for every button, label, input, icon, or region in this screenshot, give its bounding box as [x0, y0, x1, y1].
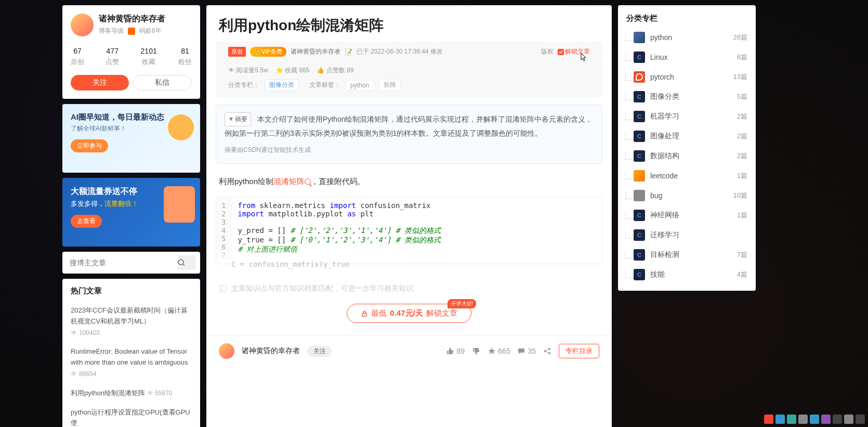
category-count: 2篇 — [737, 132, 747, 141]
code-content[interactable]: from sklearn.metrics import confusion_ma… — [231, 197, 446, 264]
catalog-button[interactable]: 专栏目录 — [559, 344, 599, 358]
meta-author[interactable]: 诸神黄昏的幸存者 — [291, 47, 340, 56]
author-name[interactable]: 诸神黄昏的幸存者 — [99, 14, 165, 24]
category-item[interactable]: leetcode1篇 — [618, 166, 756, 186]
category-label: 分类专栏： — [228, 81, 259, 89]
stat-followers[interactable]: 81粉丝 — [178, 47, 192, 67]
unlock-link[interactable]: 解锁文章 — [558, 47, 590, 56]
footer-star[interactable]: 665 — [488, 347, 510, 355]
code-block: 1234567 from sklearn.metrics import conf… — [216, 197, 602, 264]
footer-share[interactable] — [543, 347, 551, 355]
check-icon — [558, 49, 564, 55]
category-count: 28篇 — [733, 33, 747, 42]
stat-original[interactable]: 67原创 — [71, 47, 84, 67]
hot-item-2[interactable]: 利用python绘制混淆矩阵 👁 55870 — [62, 384, 200, 403]
footer-author[interactable]: 诸神黄昏的幸存者 — [242, 346, 300, 356]
category-icon — [634, 190, 645, 201]
hot-item-0[interactable]: 2023年CCF会议最新截稿时间（偏计算机视觉CV和机器学习ML） 👁10040… — [62, 301, 200, 342]
category-icon — [634, 131, 645, 142]
category-item[interactable]: bug10篇 — [618, 186, 756, 205]
hot-item-1[interactable]: RuntimeError: Boolean value of Tensor wi… — [62, 342, 200, 383]
author-profile-card: 诸神黄昏的幸存者 博客等级 码龄6年 67原创 477点赞 2101收藏 81粉… — [62, 5, 200, 99]
category-name: leetcode — [650, 172, 732, 180]
category-name: 迁移学习 — [650, 230, 742, 240]
article-tag-0[interactable]: python — [346, 80, 374, 90]
meta-copyright[interactable]: 版权 — [541, 47, 554, 56]
hot-item-3[interactable]: python运行程序设置指定GPU(查看GPU使 — [62, 403, 200, 427]
category-item[interactable]: 图像处理2篇 — [618, 126, 756, 146]
category-count: 5篇 — [737, 92, 747, 101]
category-icon — [634, 170, 645, 182]
tray-icon[interactable] — [821, 415, 831, 424]
category-count: 8篇 — [737, 53, 747, 62]
tray-icon[interactable] — [810, 415, 819, 424]
star-icon — [488, 347, 496, 355]
fav-stat[interactable]: ⭐ 收藏 665 — [275, 66, 310, 75]
footer-dislike[interactable] — [472, 347, 480, 355]
tray-icon[interactable] — [775, 415, 785, 424]
message-button[interactable]: 私信 — [133, 75, 192, 90]
tray-icon[interactable] — [787, 415, 796, 424]
stat-likes[interactable]: 477点赞 — [106, 47, 119, 67]
footer-avatar[interactable] — [219, 343, 234, 359]
category-icon — [634, 150, 645, 162]
abstract-label: 摘要 — [225, 112, 251, 126]
hot-articles-card: 热门文章 2023年CCF会议最新截稿时间（偏计算机视觉CV和机器学习ML） 👁… — [62, 279, 200, 427]
unlock-article-button[interactable]: 最低0.47元/天 解锁文章 开学大促! — [347, 304, 471, 323]
category-item[interactable]: Linux8篇 — [618, 47, 756, 67]
category-item[interactable]: 神经网络1篇 — [618, 205, 756, 225]
category-item[interactable]: 机器学习2篇 — [618, 107, 756, 126]
promo-ai-card[interactable]: AI圈早知道，每日最新动态 了解全球AI新鲜事！ 立即参与 — [62, 104, 200, 173]
category-icon — [634, 71, 645, 83]
search-input[interactable] — [70, 258, 177, 267]
follow-button[interactable]: 关注 — [71, 75, 129, 90]
author-avatar[interactable] — [71, 14, 94, 36]
level-badge-icon — [128, 28, 135, 35]
category-item[interactable]: 数据结构2篇 — [618, 146, 756, 166]
promo2-button[interactable]: 去查看 — [71, 215, 102, 228]
category-count: 13篇 — [733, 72, 747, 82]
category-icon — [634, 51, 645, 63]
blog-level-label: 博客等级 — [99, 27, 124, 35]
category-item[interactable]: 图像分类5篇 — [618, 87, 756, 107]
share-icon — [543, 347, 551, 355]
category-count: 2篇 — [737, 151, 747, 161]
tray-icon[interactable] — [844, 415, 853, 424]
stat-favorites[interactable]: 2101收藏 — [141, 47, 157, 67]
category-name: bug — [650, 191, 728, 200]
thumbs-up-icon — [446, 347, 454, 355]
category-item[interactable]: 迁移学习 — [618, 225, 756, 245]
promo1-button[interactable]: 立即参与 — [71, 139, 108, 152]
search-icon — [305, 178, 311, 185]
category-tag[interactable]: 图像分类 — [265, 79, 299, 91]
category-item[interactable]: 技能4篇 — [618, 265, 756, 284]
category-item[interactable]: 目标检测7篇 — [618, 245, 756, 265]
svg-line-1 — [183, 264, 185, 266]
footer-comment[interactable]: 35 — [517, 347, 536, 355]
code-gutter: 1234567 — [216, 197, 231, 264]
tray-icon[interactable] — [856, 415, 865, 424]
footer-like[interactable]: 89 — [446, 347, 465, 355]
meta-modified: 已于 2022-06-30 17:36:44 修改 — [357, 47, 443, 56]
search-icon — [177, 258, 186, 267]
promo1-title: AI圈早知道，每日最新动态 — [71, 112, 192, 122]
footer-follow-button[interactable]: 关注 — [307, 346, 332, 357]
tray-icon[interactable] — [764, 415, 773, 424]
article-meta-row: 原创 👑VIP免费 诸神黄昏的幸存者 📝 已于 2022-06-30 17:36… — [216, 42, 602, 62]
views-icon: 👁 — [147, 390, 153, 397]
category-name: 神经网络 — [650, 211, 732, 220]
keyword-link[interactable]: 混淆矩阵 — [273, 177, 311, 186]
category-item[interactable]: pytorch13篇 — [618, 67, 756, 87]
search-button[interactable] — [177, 255, 196, 270]
article-tag-1[interactable]: 矩阵 — [379, 79, 401, 91]
like-stat[interactable]: 👍 点赞数 89 — [317, 66, 353, 75]
category-item[interactable]: python28篇 — [618, 28, 756, 47]
views-stat: 👁 阅读量5.5w — [228, 66, 268, 75]
comment-icon — [517, 347, 525, 355]
promo2-title: 大额流量券送不停 — [71, 186, 192, 197]
tray-icon[interactable] — [798, 415, 808, 424]
code-age: 码龄6年 — [139, 27, 162, 35]
tray-icon[interactable] — [833, 415, 842, 424]
promo-traffic-card[interactable]: 大额流量券送不停 多发多得，流量翻倍！ 去查看 — [62, 178, 200, 247]
edit-icon: 📝 — [345, 48, 352, 56]
